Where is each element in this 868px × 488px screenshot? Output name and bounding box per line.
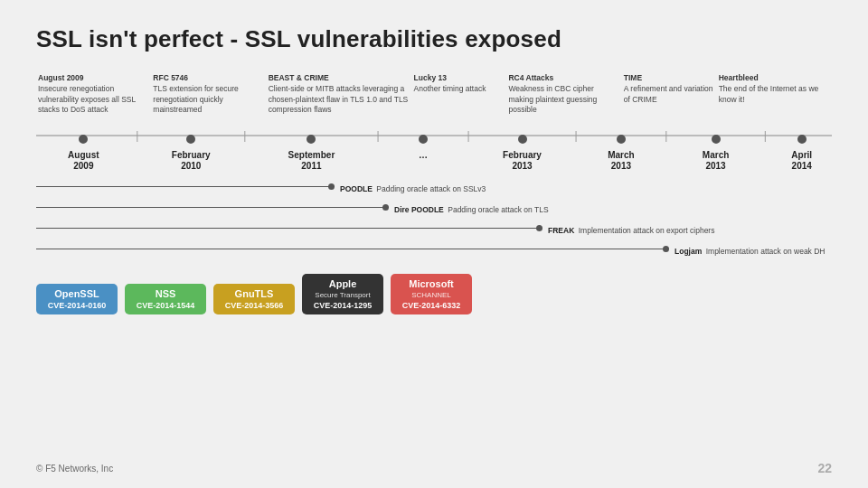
sep4: | xyxy=(462,129,475,142)
node-dot-aug2009 xyxy=(79,135,88,144)
node-dot-lucky13 xyxy=(419,135,428,144)
poodle-line xyxy=(36,186,335,187)
freak-title: FREAK xyxy=(548,226,574,235)
sep5: | xyxy=(570,129,582,142)
badge-openssl-name: OpenSSL xyxy=(54,288,99,299)
logjam-connector xyxy=(36,243,669,256)
event-label-time: TIME A refinement and variation of CRIME xyxy=(622,73,717,116)
event-desc-heartbleed: The end of the Internet as we know it! xyxy=(719,84,820,105)
freak-connector xyxy=(36,222,542,235)
event-label-aug2009: August 2009 Insecure renegotiation vulne… xyxy=(36,73,151,116)
timeline-node-mar2013b xyxy=(673,127,759,144)
badge-nss-cve: CVE-2014-1544 xyxy=(137,301,195,310)
badge-gnutls: GnuTLS CVE-2014-3566 xyxy=(213,284,295,314)
event-label-lucky13: Lucky 13 Another timing attack xyxy=(412,73,507,116)
node-dot-mar2013a xyxy=(617,135,626,144)
badge-microsoft-sub: SCHANNEL xyxy=(411,291,451,299)
event-title-beast: BEAST & CRIME xyxy=(269,73,410,83)
date-feb2010: February2010 xyxy=(144,150,239,172)
freak-desc: Implementation attack on export ciphers xyxy=(579,226,715,235)
badge-microsoft: Microsoft SCHANNEL CVE-2014-6332 xyxy=(391,274,472,314)
below-timeline-events: POODLE Padding oracle attack on SSLv3 Di… xyxy=(36,179,832,258)
poodle-connector xyxy=(36,181,335,193)
logjam-title: Logjam xyxy=(675,247,702,256)
date-lucky13: … xyxy=(384,150,462,172)
freak-row: FREAK Implementation attack on export ci… xyxy=(36,221,832,237)
date-sep2011: September2011 xyxy=(251,150,372,172)
event-title-heartbleed: Heartbleed xyxy=(719,73,820,83)
cve-badges-row: OpenSSL CVE-2014-0160 NSS CVE-2014-1544 … xyxy=(36,274,832,314)
poodle-row: POODLE Padding oracle attack on SSLv3 xyxy=(36,179,832,195)
badge-openssl: OpenSSL CVE-2014-0160 xyxy=(36,284,118,314)
sep2: | xyxy=(239,129,251,142)
badge-nss: NSS CVE-2014-1544 xyxy=(125,284,206,314)
badge-apple-name: Apple xyxy=(329,278,357,289)
timeline-node-apr2014 xyxy=(771,127,832,144)
poodle-desc: Padding oracle attack on SSLv3 xyxy=(376,184,486,193)
event-label-heartbleed: Heartbleed The end of the Internet as we… xyxy=(717,73,822,116)
poodle-label: POODLE Padding oracle attack on SSLv3 xyxy=(340,179,486,195)
badge-microsoft-cve: CVE-2014-6332 xyxy=(402,301,461,310)
badge-nss-name: NSS xyxy=(156,288,176,299)
date-apr2014: April2014 xyxy=(771,150,832,172)
node-dot-feb2013 xyxy=(518,135,527,144)
event-title-time: TIME xyxy=(624,73,715,83)
date-mar2013b: March2013 xyxy=(673,150,759,172)
slide-title: SSL isn't perfect - SSL vulnerabilities … xyxy=(36,25,832,53)
badge-gnutls-cve: CVE-2014-3566 xyxy=(225,301,284,310)
timeline-node-lucky13 xyxy=(384,127,462,144)
event-title-rc4: RC4 Attacks xyxy=(508,73,619,83)
logjam-row: Logjam Implementation attack on weak DH xyxy=(36,241,832,258)
logjam-line xyxy=(36,249,669,249)
dire-poodle-title: Dire POODLE xyxy=(394,205,444,214)
timeline-section: August 2009 Insecure renegotiation vulne… xyxy=(36,73,832,314)
dire-poodle-label: Dire POODLE Padding oracle attack on TLS xyxy=(394,200,549,216)
event-label-rc4: RC4 Attacks Weakness in CBC cipher makin… xyxy=(506,73,621,116)
badge-apple-sub: Secure Transport xyxy=(315,291,370,299)
date-labels-row: August2009 February2010 September2011 … … xyxy=(36,150,832,172)
dire-poodle-row: Dire POODLE Padding oracle attack on TLS xyxy=(36,200,832,216)
slide: SSL isn't perfect - SSL vulnerabilities … xyxy=(0,0,868,488)
date-mar2013a: March2013 xyxy=(582,150,660,172)
date-feb2013: February2013 xyxy=(475,150,570,172)
freak-line xyxy=(36,228,542,229)
timeline-node-feb2010 xyxy=(144,127,239,144)
event-label-rfc5746: RFC 5746 TLS extension for secure renego… xyxy=(151,73,266,116)
timeline-node-aug2009 xyxy=(36,127,131,144)
node-dot-apr2014 xyxy=(797,135,807,144)
freak-label: FREAK Implementation attack on export ci… xyxy=(548,221,714,237)
event-desc-beast: Client-side or MITB attacks leveraging a… xyxy=(269,84,410,115)
event-desc-lucky13: Another timing attack xyxy=(414,84,505,94)
footer-right: 22 xyxy=(817,461,832,475)
event-label-beast: BEAST & CRIME Client-side or MITB attack… xyxy=(267,73,412,116)
badge-microsoft-name: Microsoft xyxy=(409,278,454,289)
sep7: | xyxy=(759,129,771,142)
badge-gnutls-name: GnuTLS xyxy=(235,288,274,299)
timeline-node-sep2011 xyxy=(251,127,372,144)
node-dot-mar2013b xyxy=(712,135,721,144)
date-aug2009: August2009 xyxy=(36,150,131,172)
sep1: | xyxy=(131,129,144,142)
event-title-rfc5746: RFC 5746 xyxy=(153,73,264,83)
event-desc-time: A refinement and variation of CRIME xyxy=(624,84,715,105)
sep3: | xyxy=(372,129,384,142)
dire-poodle-desc: Padding oracle attack on TLS xyxy=(448,205,548,214)
node-dot-sep2011 xyxy=(307,135,316,144)
footer: © F5 Networks, Inc 22 xyxy=(36,461,832,475)
event-title-lucky13: Lucky 13 xyxy=(414,73,505,83)
dire-poodle-line xyxy=(36,207,389,208)
timeline-node-mar2013a xyxy=(582,127,660,144)
logjam-label: Logjam Implementation attack on weak DH xyxy=(675,241,826,258)
badge-apple-cve: CVE-2014-1295 xyxy=(314,301,373,310)
logjam-desc: Implementation attack on weak DH xyxy=(706,247,826,256)
event-title-aug2009: August 2009 xyxy=(38,73,149,83)
timeline-bar: | | | | | xyxy=(36,121,832,150)
poodle-dot xyxy=(328,183,335,190)
freak-dot xyxy=(536,225,542,231)
node-dot-feb2010 xyxy=(186,135,195,144)
event-desc-aug2009: Insecure renegotiation vulnerability exp… xyxy=(38,84,149,115)
footer-left: © F5 Networks, Inc xyxy=(36,464,113,474)
dire-poodle-dot xyxy=(382,204,389,211)
poodle-title: POODLE xyxy=(340,184,373,193)
event-desc-rc4: Weakness in CBC cipher making plaintext … xyxy=(508,84,619,115)
